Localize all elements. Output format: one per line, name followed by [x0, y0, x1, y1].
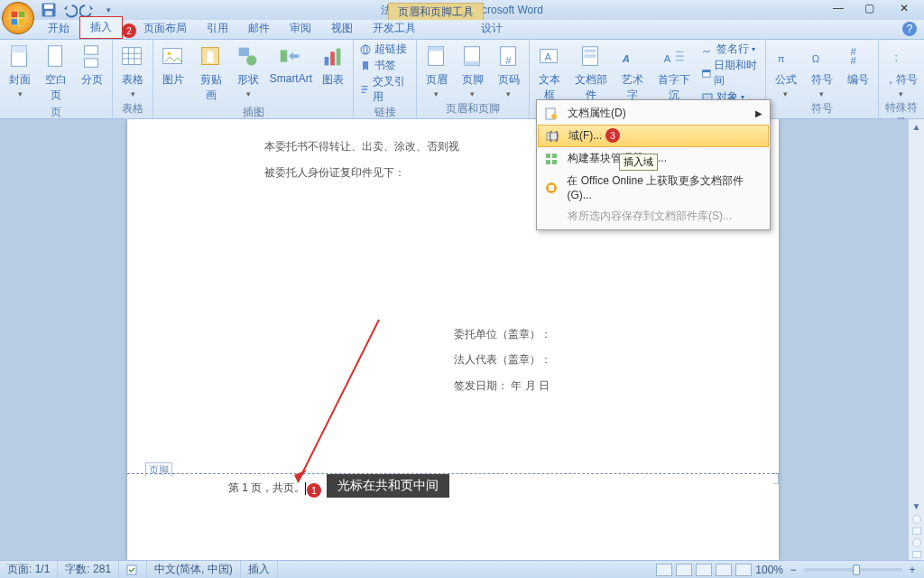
dd-office-online[interactable]: 在 Office Online 上获取更多文档部件(G)... [537, 170, 770, 205]
tab-pagelayout[interactable]: 页面布局 [134, 18, 197, 39]
group-symbols: π公式▾ Ω符号▾ ##编号 符号 [766, 40, 879, 118]
table-button[interactable]: 表格▾ [116, 42, 149, 100]
tab-review[interactable]: 审阅 [280, 18, 321, 39]
select-browse-icon[interactable] [912, 538, 921, 547]
annotation-arrow [289, 311, 397, 491]
save-icon[interactable] [40, 1, 58, 19]
number-button[interactable]: ##编号 [842, 42, 874, 89]
scroll-up-icon[interactable]: ▲ [909, 119, 924, 134]
sign-unit: 委托单位（盖章）： [454, 322, 643, 348]
building-blocks-icon [542, 152, 560, 166]
print-layout-view-icon[interactable] [656, 564, 672, 576]
crossref-button[interactable]: 交叉引用 [357, 74, 411, 105]
office-online-icon [542, 181, 559, 195]
ribbon-tabs: 开始 插入 页面布局 引用 邮件 审阅 视图 开发工具 设计 ? [0, 20, 924, 40]
picture-button[interactable]: 图片 [157, 42, 189, 89]
annotation-tooltip-1: 光标在共和页中间 [327, 474, 449, 498]
group-tables: 表格▾ 表格 [113, 40, 153, 118]
svg-rect-0 [12, 12, 17, 17]
zoom-slider[interactable] [803, 568, 902, 572]
title-bar: ▾ 法人委托书.docx - Microsoft Word 页眉和页脚工具 — … [0, 0, 924, 20]
bookmark-button[interactable]: 书签 [357, 58, 411, 73]
zoom-level[interactable]: 100% [755, 564, 783, 576]
office-button[interactable] [2, 2, 34, 34]
annotation-marker-2: 2 [122, 23, 136, 38]
close-button[interactable]: ✕ [884, 0, 924, 16]
tab-insert[interactable]: 插入 [79, 16, 123, 39]
svg-point-28 [361, 45, 370, 54]
zoom-in-button[interactable]: + [906, 564, 919, 576]
chart-button[interactable]: 图表 [317, 42, 349, 89]
dd-field[interactable]: { } 域(F)... [538, 125, 769, 147]
signature-line-button[interactable]: 签名行 ▾ [699, 42, 762, 57]
svg-rect-65 [549, 185, 554, 191]
hyperlink-button[interactable]: 超链接 [357, 42, 411, 57]
zoom-out-button[interactable]: − [787, 564, 799, 576]
svg-text:π: π [778, 53, 785, 64]
tab-mailings[interactable]: 邮件 [238, 18, 280, 39]
group-illustrations: 图片 剪贴画 形状▾ SmartArt 图表 插图 [153, 40, 354, 118]
smartart-button[interactable]: SmartArt [268, 42, 313, 87]
tab-design[interactable]: 设计 [471, 18, 513, 39]
tab-references[interactable]: 引用 [197, 18, 238, 39]
clipart-button[interactable]: 剪贴画 [193, 42, 228, 105]
pagenumber-button[interactable]: #页码▾ [493, 42, 525, 100]
status-insert-mode[interactable]: 插入 [241, 561, 278, 578]
group-header-footer: 页眉▾ 页脚▾ #页码▾ 页眉和页脚 [417, 40, 530, 118]
zoom-thumb[interactable] [853, 564, 860, 575]
maximize-button[interactable]: ▢ [854, 0, 884, 16]
header-button[interactable]: 页眉▾ [420, 42, 453, 100]
svg-text:Ω: Ω [812, 53, 819, 64]
svg-rect-39 [585, 50, 596, 53]
tab-view[interactable]: 视图 [321, 18, 363, 39]
svg-text:;: ; [894, 51, 897, 62]
cover-page-button[interactable]: 封面▾ [4, 42, 36, 100]
svg-rect-22 [239, 48, 249, 56]
status-words[interactable]: 字数: 281 [58, 561, 119, 578]
svg-rect-12 [123, 48, 142, 65]
symbol-button[interactable]: Ω符号▾ [806, 42, 838, 100]
page-break-button[interactable]: 分页 [76, 42, 108, 89]
draft-view-icon[interactable] [735, 564, 752, 576]
svg-rect-31 [428, 47, 443, 51]
scroll-down-icon[interactable]: ▼ [909, 499, 924, 513]
status-page[interactable]: 页面: 1/1 [0, 561, 58, 578]
svg-rect-62 [546, 160, 550, 164]
special-symbol-button[interactable]: ;，符号▾ [882, 42, 920, 100]
group-special-symbols: ;，符号▾ 特殊符号 [879, 40, 924, 118]
dropdown-tooltip: 插入域 [619, 154, 658, 171]
sign-date: 签发日期： 年 月 日 [454, 373, 643, 399]
datetime-button[interactable]: 日期和时间 [699, 58, 762, 89]
svg-line-54 [298, 320, 379, 482]
svg-text:{ }: { } [549, 129, 559, 142]
help-icon[interactable]: ? [902, 22, 917, 36]
equation-button[interactable]: π公式▾ [770, 42, 802, 100]
footer-button[interactable]: 页脚▾ [457, 42, 489, 100]
svg-rect-8 [12, 46, 27, 53]
prev-page-icon[interactable] [912, 527, 921, 535]
svg-rect-47 [702, 70, 709, 73]
tab-developer[interactable]: 开发工具 [363, 18, 426, 39]
dd-doc-properties[interactable]: 文档属性(D)▶ [537, 102, 770, 125]
annotation-marker-1: 1 [307, 483, 321, 498]
status-language[interactable]: 中文(简体, 中国) [147, 561, 241, 578]
vertical-scrollbar[interactable]: ▲ ▼ [908, 119, 924, 560]
web-view-icon[interactable] [696, 564, 712, 576]
next-page-icon[interactable] [912, 551, 921, 558]
fullscreen-view-icon[interactable] [676, 564, 692, 576]
minimize-button[interactable]: — [823, 0, 854, 16]
svg-text:#: # [505, 55, 512, 66]
tab-home[interactable]: 开始 [38, 18, 79, 39]
svg-text:A: A [545, 51, 552, 62]
shapes-button[interactable]: 形状▾ [232, 42, 264, 100]
outline-view-icon[interactable] [716, 564, 732, 576]
browse-object-icon[interactable] [912, 515, 921, 524]
ribbon: 封面▾ 空白页 分页 页 表格▾ 表格 图片 剪贴画 形状▾ SmartArt … [0, 40, 924, 119]
undo-icon[interactable] [60, 1, 78, 19]
status-proofing[interactable] [119, 561, 147, 578]
svg-rect-9 [49, 46, 62, 67]
svg-rect-60 [546, 154, 550, 158]
svg-rect-5 [44, 5, 53, 9]
field-icon: { } [543, 129, 561, 144]
blank-page-button[interactable]: 空白页 [40, 42, 72, 105]
